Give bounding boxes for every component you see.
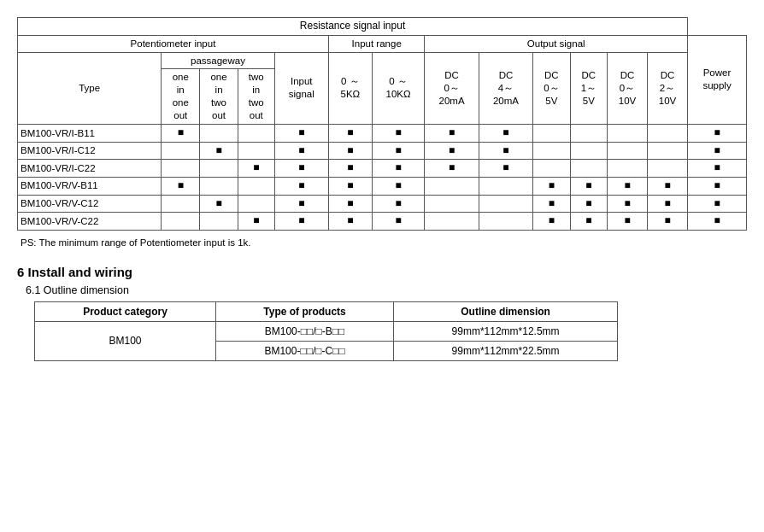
input-range-label: Input range: [328, 35, 424, 52]
cell-1-dc05v: [533, 125, 570, 143]
outline-col2-header: Type of products: [216, 301, 394, 321]
cell-1-2: [200, 125, 238, 143]
cell-6-dc420ma: [479, 213, 532, 231]
cell-6-dc210v: [648, 213, 688, 231]
cell-4-dc210v: [648, 178, 688, 196]
col-dc-1-5v: DC1～5V: [570, 52, 607, 125]
col-0-5k: 0 ～5KΩ: [328, 52, 372, 125]
col-one-in-two-out: oneintwoout: [200, 69, 238, 125]
cell-2-3: [238, 142, 274, 160]
cell-6-dc15v: [570, 213, 607, 231]
cell-2-2: [200, 142, 238, 160]
cell-2-dc210v: [648, 142, 688, 160]
cell-3-dc010v: [608, 160, 648, 178]
cell-3-dc05v: [533, 160, 570, 178]
cell-1-1: [162, 125, 200, 143]
cell-6-power: [688, 213, 747, 231]
output-signal-label: Output signal: [425, 35, 688, 52]
outline-dim-2: 99mm*112mm*22.5mm: [394, 341, 618, 360]
cell-5-dc15v: [570, 195, 607, 213]
potentiometer-input-label: Potentiometer input: [18, 35, 329, 52]
cell-4-dc05v: [533, 178, 570, 196]
cell-6-dc05v: [533, 213, 570, 231]
outline-dim-1: 99mm*112mm*12.5mm: [394, 321, 618, 341]
cell-2-dc05v: [533, 142, 570, 160]
cell-5-1: [162, 195, 200, 213]
section6-subtitle: 6.1 Outline dimension: [26, 284, 747, 296]
outline-type-2: BM100-□□/□-C□□: [216, 341, 394, 360]
cell-5-poten: [274, 195, 328, 213]
section6-title: 6 Install and wiring: [17, 265, 747, 279]
col-dc-2-10v: DC2～10V: [648, 52, 688, 125]
cell-2-dc010v: [608, 142, 648, 160]
cell-2-dc020ma: [425, 142, 479, 160]
col-dc-4-20ma: DC4～20mA: [479, 52, 532, 125]
cell-3-poten: [274, 160, 328, 178]
cell-1-dc15v: [570, 125, 607, 143]
cell-1-poten: [274, 125, 328, 143]
outline-row-1: BM100 BM100-□□/□-B□□ 99mm*112mm*12.5mm: [35, 321, 618, 341]
cell-3-dc020ma: [425, 160, 479, 178]
cell-4-3: [238, 178, 274, 196]
cell-5-dc420ma: [479, 195, 532, 213]
col-one-in-one-out: oneinoneout: [162, 69, 200, 125]
cell-3-2: [200, 160, 238, 178]
table-title: Resistance signal input: [18, 18, 688, 36]
cell-5-power: [688, 195, 747, 213]
outline-category: BM100: [35, 321, 216, 360]
cell-1-r5k: [328, 125, 372, 143]
cell-3-r10k: [372, 160, 425, 178]
row-name-3: BM100-VR/I-C22: [18, 160, 162, 178]
cell-4-r5k: [328, 178, 372, 196]
row-name-5: BM100-VR/V-C12: [18, 195, 162, 213]
section6: 6 Install and wiring 6.1 Outline dimensi…: [17, 265, 747, 361]
cell-4-r10k: [372, 178, 425, 196]
cell-3-3: [238, 160, 274, 178]
cell-4-power: [688, 178, 747, 196]
cell-6-r5k: [328, 213, 372, 231]
cell-1-power: [688, 125, 747, 143]
cell-4-1: [162, 178, 200, 196]
col-0-10k: 0 ～10KΩ: [372, 52, 425, 125]
outline-col1-header: Product category: [35, 301, 216, 321]
col-two-in-two-out: twointwoout: [238, 69, 274, 125]
table-row: BM100-VR/I-C22: [18, 160, 747, 178]
cell-6-dc010v: [608, 213, 648, 231]
cell-6-2: [200, 213, 238, 231]
table-row: BM100-VR/V-C12: [18, 195, 747, 213]
outline-col3-header: Outline dimension: [394, 301, 618, 321]
type-label: Type: [18, 52, 162, 125]
cell-4-2: [200, 178, 238, 196]
cell-3-power: [688, 160, 747, 178]
table-row: BM100-VR/V-B11: [18, 178, 747, 196]
cell-6-3: [238, 213, 274, 231]
cell-2-dc420ma: [479, 142, 532, 160]
input-signal-label: Inputsignal: [274, 52, 328, 125]
cell-5-2: [200, 195, 238, 213]
cell-1-3: [238, 125, 274, 143]
cell-5-dc210v: [648, 195, 688, 213]
cell-6-r10k: [372, 213, 425, 231]
cell-1-dc420ma: [479, 125, 532, 143]
cell-1-dc010v: [608, 125, 648, 143]
cell-3-dc420ma: [479, 160, 532, 178]
cell-3-1: [162, 160, 200, 178]
cell-6-poten: [274, 213, 328, 231]
cell-2-r5k: [328, 142, 372, 160]
table-row: BM100-VR/V-C22: [18, 213, 747, 231]
cell-3-dc15v: [570, 160, 607, 178]
cell-5-dc05v: [533, 195, 570, 213]
cell-6-1: [162, 213, 200, 231]
col-dc-0-10v: DC0～10V: [608, 52, 648, 125]
outline-table: Product category Type of products Outlin…: [34, 301, 618, 361]
cell-4-dc420ma: [479, 178, 532, 196]
row-name-6: BM100-VR/V-C22: [18, 213, 162, 231]
cell-1-r10k: [372, 125, 425, 143]
cell-2-r10k: [372, 142, 425, 160]
cell-2-dc15v: [570, 142, 607, 160]
cell-2-1: [162, 142, 200, 160]
cell-4-poten: [274, 178, 328, 196]
cell-5-3: [238, 195, 274, 213]
row-name-2: BM100-VR/I-C12: [18, 142, 162, 160]
cell-5-r5k: [328, 195, 372, 213]
